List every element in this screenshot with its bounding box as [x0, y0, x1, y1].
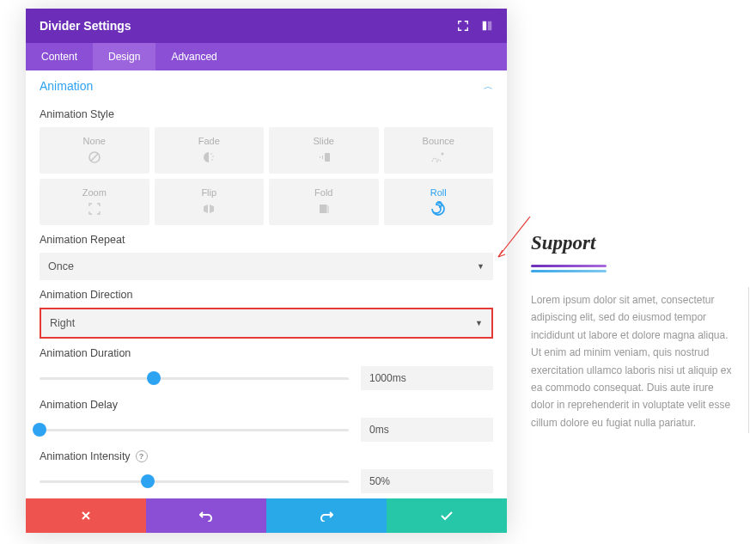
none-icon — [43, 150, 146, 165]
direction-select-wrap: Right — [40, 308, 493, 339]
style-none[interactable]: None — [40, 127, 149, 174]
save-button[interactable] — [387, 498, 507, 533]
svg-line-3 — [91, 154, 98, 161]
header-actions — [457, 20, 493, 32]
undo-button[interactable] — [146, 498, 266, 533]
svg-point-6 — [211, 159, 213, 161]
preview-panel: Support Lorem ipsum dolor sit amet, cons… — [531, 232, 737, 431]
repeat-select-wrap: Once — [40, 253, 493, 280]
tabs: Content Design Advanced — [26, 43, 507, 70]
undo-icon — [199, 510, 213, 522]
animation-style-grid: None Fade Slide Bounce Zoom Flip — [40, 127, 493, 225]
roll-icon — [387, 201, 491, 217]
intensity-label: Animation Intensity? — [40, 450, 493, 462]
direction-label: Animation Direction — [40, 289, 493, 301]
modal-footer — [26, 498, 507, 533]
expand-icon[interactable] — [457, 20, 469, 32]
style-slide[interactable]: Slide — [269, 127, 379, 174]
slide-icon — [272, 150, 375, 165]
style-flip[interactable]: Flip — [155, 179, 265, 225]
intensity-thumb[interactable] — [141, 474, 155, 488]
zoom-icon — [43, 201, 146, 217]
svg-rect-7 — [325, 153, 330, 162]
snap-icon[interactable] — [481, 20, 493, 32]
repeat-select[interactable]: Once — [40, 253, 493, 280]
style-roll[interactable]: Roll — [384, 179, 494, 225]
section-title: Animation — [40, 79, 93, 93]
flip-icon — [158, 201, 261, 217]
check-icon — [440, 510, 454, 521]
delay-row: 0ms — [40, 418, 493, 442]
duration-thumb[interactable] — [147, 371, 161, 385]
intensity-slider[interactable] — [40, 480, 349, 483]
svg-point-5 — [212, 156, 214, 157]
style-fold[interactable]: Fold — [269, 179, 379, 225]
repeat-label: Animation Repeat — [40, 234, 493, 246]
modal-header: Divider Settings — [26, 9, 507, 43]
redo-button[interactable] — [266, 498, 387, 533]
style-zoom[interactable]: Zoom — [40, 179, 149, 225]
svg-rect-1 — [488, 21, 491, 31]
modal-title: Divider Settings — [40, 19, 131, 33]
duration-label: Animation Duration — [40, 347, 493, 359]
svg-rect-0 — [483, 21, 486, 31]
intensity-value[interactable]: 50% — [361, 469, 493, 493]
style-label: Animation Style — [40, 108, 493, 120]
divider-preview — [531, 265, 737, 272]
cancel-button[interactable] — [26, 498, 146, 533]
tab-advanced[interactable]: Advanced — [155, 43, 232, 70]
fold-icon — [272, 201, 375, 217]
tab-design[interactable]: Design — [93, 43, 155, 70]
tab-content[interactable]: Content — [26, 43, 93, 70]
delay-value[interactable]: 0ms — [361, 418, 493, 442]
divider-line-1 — [531, 265, 607, 267]
help-icon[interactable]: ? — [136, 450, 148, 462]
redo-icon — [320, 510, 333, 522]
bounce-icon — [387, 150, 491, 165]
preview-title: Support — [531, 232, 737, 254]
vertical-divider — [748, 287, 749, 433]
duration-row: 1000ms — [40, 366, 493, 390]
modal-body[interactable]: Animation ︿ Animation Style None Fade Sl… — [26, 70, 507, 498]
duration-value[interactable]: 1000ms — [361, 366, 493, 390]
settings-modal: Divider Settings Content Design Advanced… — [26, 9, 507, 533]
svg-point-8 — [442, 153, 444, 156]
chevron-up-icon: ︿ — [484, 80, 493, 93]
direction-select[interactable]: Right — [41, 309, 491, 337]
close-icon — [80, 510, 92, 522]
preview-text: Lorem ipsum dolor sit amet, consectetur … — [531, 291, 737, 431]
delay-slider[interactable] — [40, 429, 349, 431]
style-bounce[interactable]: Bounce — [384, 127, 494, 174]
intensity-row: 50% — [40, 469, 493, 493]
fade-icon — [158, 150, 261, 165]
section-header[interactable]: Animation ︿ — [40, 76, 493, 100]
style-fade[interactable]: Fade — [155, 127, 265, 174]
delay-thumb[interactable] — [33, 423, 46, 437]
divider-line-2 — [531, 270, 607, 272]
svg-rect-9 — [320, 205, 326, 213]
delay-label: Animation Delay — [40, 399, 493, 411]
duration-slider[interactable] — [40, 377, 349, 380]
svg-point-4 — [210, 153, 212, 155]
